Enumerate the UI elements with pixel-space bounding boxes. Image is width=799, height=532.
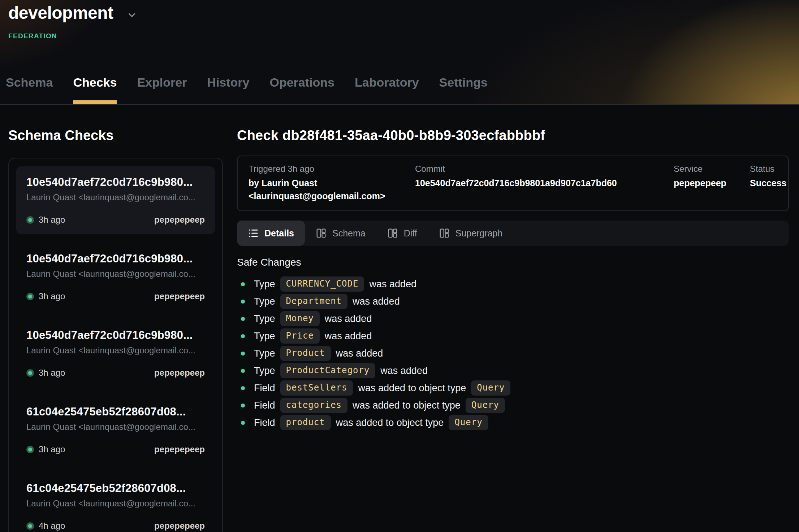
change-code: Money (280, 311, 320, 326)
change-item: Type Product was added (237, 345, 789, 362)
columns-icon (439, 228, 450, 239)
check-list-item[interactable]: 10e540d7aef72c0d716c9b980... Laurin Quas… (16, 243, 215, 311)
change-description: was added (325, 313, 372, 324)
bullet-icon (241, 386, 245, 390)
nav-tab-settings[interactable]: Settings (439, 75, 488, 104)
check-list-item[interactable]: 61c04e25475eb52f28607d08... Laurin Quast… (16, 396, 215, 464)
change-item: Type Price was added (237, 327, 789, 345)
check-hash: 61c04e25475eb52f28607d08... (26, 482, 205, 495)
check-detail-title: Check db28f481-35aa-40b0-b8b9-303ecfabbb… (237, 128, 789, 143)
service-name: pepepepeep (674, 176, 744, 189)
safe-changes-list: Type CURRENCY_CODE was added Type Depart… (237, 275, 789, 431)
change-kind: Type (254, 331, 275, 342)
chevron-down-icon[interactable] (126, 10, 137, 21)
check-view-tabs: Details Schema (237, 221, 789, 246)
check-hash: 61c04e25475eb52f28607d08... (26, 405, 205, 418)
check-service: pepepepeep (154, 368, 205, 378)
info-commit: Commit 10e540d7aef72c0d716c9b9801a9d907c… (415, 163, 668, 202)
tab-supergraph-label: Supergraph (455, 228, 503, 239)
status-dot-icon (26, 369, 34, 377)
nav-tab-checks[interactable]: Checks (73, 75, 117, 104)
tab-diff-label: Diff (404, 228, 417, 239)
change-target-code: Query (449, 415, 488, 430)
check-meta: 3h ago pepepepeep (26, 444, 205, 454)
check-hash: 10e540d7aef72c0d716c9b980... (26, 329, 205, 342)
change-item: Field product was added to object type Q… (237, 414, 789, 431)
change-kind: Field (254, 400, 275, 411)
change-item: Type CURRENCY_CODE was added (237, 275, 789, 293)
change-description: was added (369, 279, 416, 290)
check-time: 3h ago (39, 368, 65, 378)
tab-details[interactable]: Details (237, 221, 305, 246)
check-time: 4h ago (39, 521, 65, 531)
change-description: was added (325, 331, 372, 342)
change-description: was added (336, 348, 383, 359)
schema-checks-sidebar: Schema Checks 10e540d7aef72c0d716c9b980.… (0, 105, 223, 532)
check-info-box: Triggered 3h ago by Laurin Quast <laurin… (237, 156, 789, 211)
change-code: Department (280, 294, 348, 309)
bullet-icon (241, 334, 245, 338)
status-dot-icon (26, 293, 34, 300)
change-kind: Field (254, 383, 275, 394)
change-code: ProductCategory (280, 363, 376, 378)
check-detail-panel: Check db28f481-35aa-40b0-b8b9-303ecfabbb… (223, 105, 799, 431)
bullet-icon (241, 369, 245, 373)
check-hash: 10e540d7aef72c0d716c9b980... (26, 176, 205, 189)
safe-changes-title: Safe Changes (237, 257, 789, 268)
check-time: 3h ago (39, 215, 65, 225)
status-value: Success (750, 176, 786, 189)
change-kind: Type (254, 279, 275, 290)
change-code: product (280, 415, 331, 430)
check-author: Laurin Quast <laurinquast@googlemail.co.… (26, 498, 205, 509)
main-nav: Schema Checks Explorer History Operation… (6, 75, 488, 104)
change-target-code: Query (466, 398, 505, 413)
change-kind: Type (254, 313, 275, 324)
commit-label: Commit (415, 163, 668, 175)
nav-tab-history[interactable]: History (207, 75, 249, 104)
change-description: was added to object type (353, 400, 461, 411)
change-code: CURRENCY_CODE (280, 276, 364, 292)
federation-badge: FEDERATION (8, 32, 57, 40)
project-title: development (8, 3, 113, 23)
info-triggered: Triggered 3h ago by Laurin Quast <laurin… (249, 163, 409, 202)
check-author: Laurin Quast <laurinquast@googlemail.co.… (26, 345, 205, 356)
status-label: Status (750, 163, 786, 175)
tab-details-label: Details (264, 228, 294, 239)
change-kind: Field (254, 417, 275, 428)
change-item: Type Department was added (237, 293, 789, 310)
triggered-label: Triggered 3h ago (249, 163, 409, 175)
change-description: was added (353, 296, 400, 307)
check-author: Laurin Quast <laurinquast@googlemail.co.… (26, 422, 205, 432)
check-time: 3h ago (39, 444, 65, 454)
tab-diff[interactable]: Diff (376, 221, 428, 246)
content-area: Schema Checks 10e540d7aef72c0d716c9b980.… (0, 105, 799, 532)
check-service: pepepepeep (154, 215, 205, 225)
check-meta: 3h ago pepepepeep (26, 368, 205, 378)
bullet-icon (241, 317, 245, 321)
info-service: Service pepepepeep (674, 163, 744, 202)
check-list-item[interactable]: 10e540d7aef72c0d716c9b980... Laurin Quas… (16, 166, 215, 234)
nav-tab-operations[interactable]: Operations (269, 75, 334, 104)
change-code: Product (280, 346, 331, 361)
tab-schema[interactable]: Schema (305, 221, 376, 246)
status-dot-icon (26, 522, 34, 530)
change-kind: Type (254, 348, 275, 359)
project-header: development FEDERATION Schema Checks Exp… (0, 0, 799, 105)
triggered-email: <laurinquast@googlemail.com> (249, 189, 409, 202)
check-list-item[interactable]: 61c04e25475eb52f28607d08... Laurin Quast… (16, 472, 215, 532)
app-root: development FEDERATION Schema Checks Exp… (0, 0, 799, 532)
bullet-icon (241, 421, 245, 425)
nav-tab-explorer[interactable]: Explorer (137, 75, 187, 104)
change-code: bestSellers (280, 380, 353, 396)
list-icon (248, 228, 259, 239)
check-list-item[interactable]: 10e540d7aef72c0d716c9b980... Laurin Quas… (16, 319, 215, 387)
service-label: Service (674, 163, 744, 175)
change-target-code: Query (471, 380, 510, 396)
nav-tab-schema[interactable]: Schema (6, 75, 53, 104)
check-service: pepepepeep (154, 521, 205, 531)
tab-supergraph[interactable]: Supergraph (428, 221, 514, 246)
change-kind: Type (254, 296, 275, 307)
commit-hash: 10e540d7aef72c0d716c9b9801a9d907c1a7bd60 (415, 176, 668, 189)
checks-list-panel: 10e540d7aef72c0d716c9b980... Laurin Quas… (8, 158, 223, 532)
nav-tab-laboratory[interactable]: Laboratory (355, 75, 419, 104)
